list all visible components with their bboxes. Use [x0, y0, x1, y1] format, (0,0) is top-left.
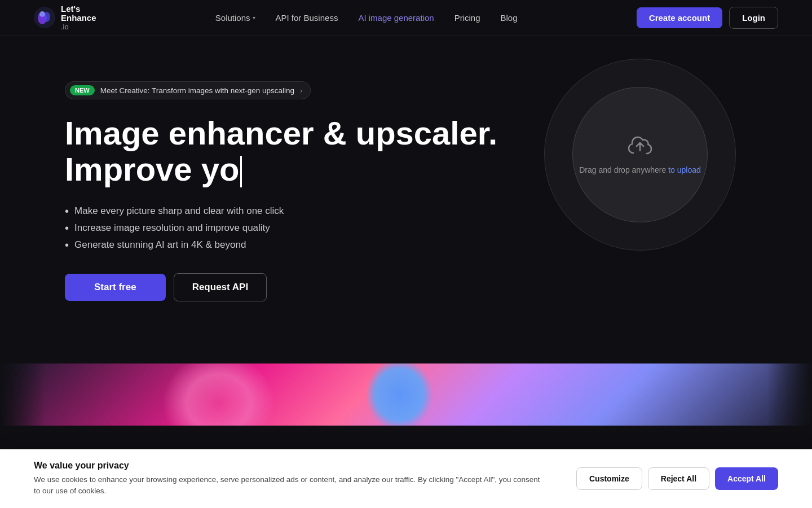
- bullet-3: Generate stunning AI art in 4K & beyond: [65, 239, 533, 251]
- preview-image: [0, 364, 812, 426]
- nav-ai-image[interactable]: AI image generation: [358, 13, 434, 23]
- upload-instructions: Drag and drop anywhere to upload: [579, 165, 701, 174]
- bullet-1: Make every picture sharp and clear with …: [65, 205, 533, 217]
- hero-left: NEW Meet Creative: Transform images with…: [65, 70, 533, 301]
- svg-point-3: [39, 11, 45, 17]
- badge-description: Meet Creative: Transform images with nex…: [100, 86, 294, 95]
- preview-gradient-left: [0, 364, 45, 426]
- navbar: Let's Enhance .io Solutions ▾ API for Bu…: [0, 0, 812, 36]
- start-free-button[interactable]: Start free: [65, 274, 166, 301]
- upload-zone-outer[interactable]: Drag and drop anywhere to upload: [544, 59, 736, 251]
- request-api-button[interactable]: Request API: [174, 273, 267, 301]
- navbar-actions: Create account Login: [637, 7, 778, 29]
- cookie-customize-button[interactable]: Customize: [576, 467, 642, 490]
- blob-blue: [365, 364, 433, 426]
- cookie-banner: We value your privacy We use cookies to …: [0, 449, 812, 509]
- logo[interactable]: Let's Enhance .io: [34, 5, 96, 31]
- nav-pricing[interactable]: Pricing: [454, 13, 480, 23]
- blob-pink: [162, 364, 275, 426]
- hero-cta: Start free Request API: [65, 273, 533, 301]
- hero-section: NEW Meet Creative: Transform images with…: [0, 36, 812, 364]
- badge-arrow-icon: ›: [300, 86, 302, 95]
- badge-new-label: NEW: [70, 85, 95, 95]
- nav-api[interactable]: API for Business: [276, 13, 338, 23]
- upload-cloud-icon: [625, 135, 655, 159]
- text-cursor: [240, 156, 242, 187]
- nav-links: Solutions ▾ API for Business AI image ge…: [215, 13, 518, 23]
- hero-right: Drag and drop anywhere to upload: [533, 59, 747, 251]
- hero-badge[interactable]: NEW Meet Creative: Transform images with…: [65, 81, 311, 99]
- upload-link[interactable]: to upload: [668, 165, 701, 174]
- logo-text: Let's Enhance .io: [61, 5, 96, 31]
- chevron-down-icon: ▾: [253, 15, 255, 21]
- cookie-title: We value your privacy: [34, 461, 541, 471]
- upload-zone-inner[interactable]: Drag and drop anywhere to upload: [572, 87, 708, 222]
- cookie-actions: Customize Reject All Accept All: [576, 467, 778, 490]
- nav-solutions[interactable]: Solutions ▾: [215, 13, 255, 23]
- bullet-2: Increase image resolution and improve qu…: [65, 222, 533, 234]
- cookie-reject-button[interactable]: Reject All: [648, 467, 709, 490]
- preview-strip: [0, 364, 812, 426]
- hero-title: Image enhancer & upscaler. Improve yo: [65, 115, 505, 187]
- cookie-accept-button[interactable]: Accept All: [715, 467, 778, 490]
- cookie-description: We use cookies to enhance your browsing …: [34, 474, 541, 497]
- hero-bullets: Make every picture sharp and clear with …: [65, 205, 533, 251]
- nav-blog[interactable]: Blog: [501, 13, 518, 23]
- logo-icon: [34, 7, 55, 28]
- login-button[interactable]: Login: [729, 7, 778, 29]
- create-account-button[interactable]: Create account: [637, 7, 722, 28]
- preview-gradient-right: [767, 364, 812, 426]
- cookie-text-block: We value your privacy We use cookies to …: [34, 461, 541, 497]
